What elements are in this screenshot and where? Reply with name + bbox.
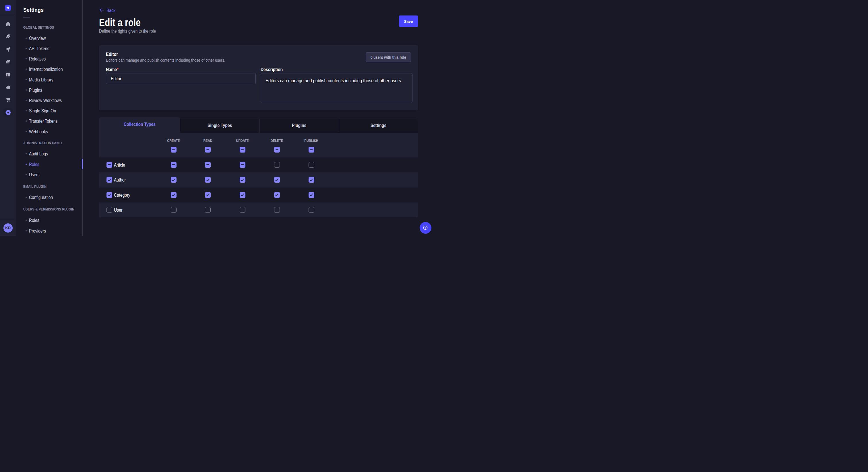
svg-text:?: ? — [425, 226, 426, 229]
